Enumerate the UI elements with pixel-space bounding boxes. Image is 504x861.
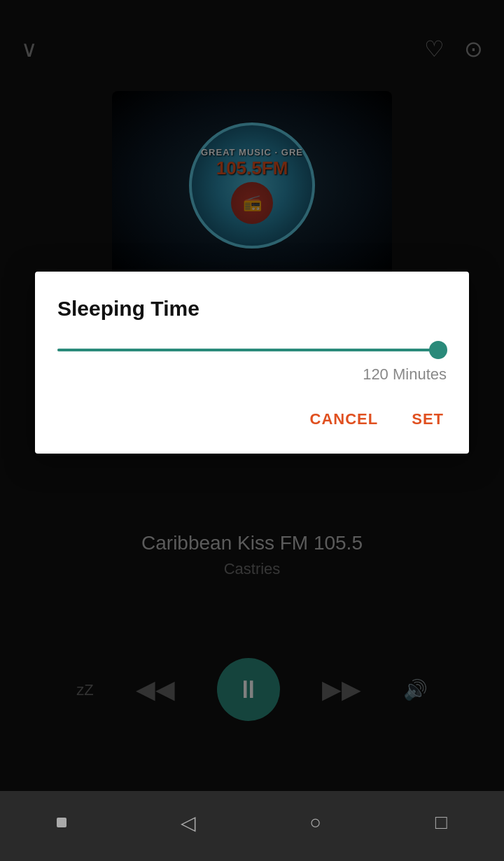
nav-recent-icon[interactable]: □ <box>435 811 447 834</box>
nav-square-icon <box>57 818 66 827</box>
slider-fill <box>57 349 447 351</box>
slider-container: 120 Minutes <box>57 349 447 384</box>
navigation-bar: ◁ ○ □ <box>0 791 504 861</box>
dialog-buttons: CANCEL SET <box>57 405 447 434</box>
slider-track <box>57 349 447 351</box>
nav-home-icon[interactable]: ○ <box>309 811 321 834</box>
cancel-button[interactable]: CANCEL <box>307 405 382 434</box>
slider-value-label: 120 Minutes <box>57 365 447 384</box>
nav-back-icon[interactable]: ◁ <box>181 811 196 834</box>
dialog-title: Sleeping Time <box>57 297 447 321</box>
set-button[interactable]: SET <box>409 405 447 434</box>
sleeping-time-dialog: Sleeping Time 120 Minutes CANCEL SET <box>35 272 469 454</box>
slider-thumb[interactable] <box>429 341 447 359</box>
